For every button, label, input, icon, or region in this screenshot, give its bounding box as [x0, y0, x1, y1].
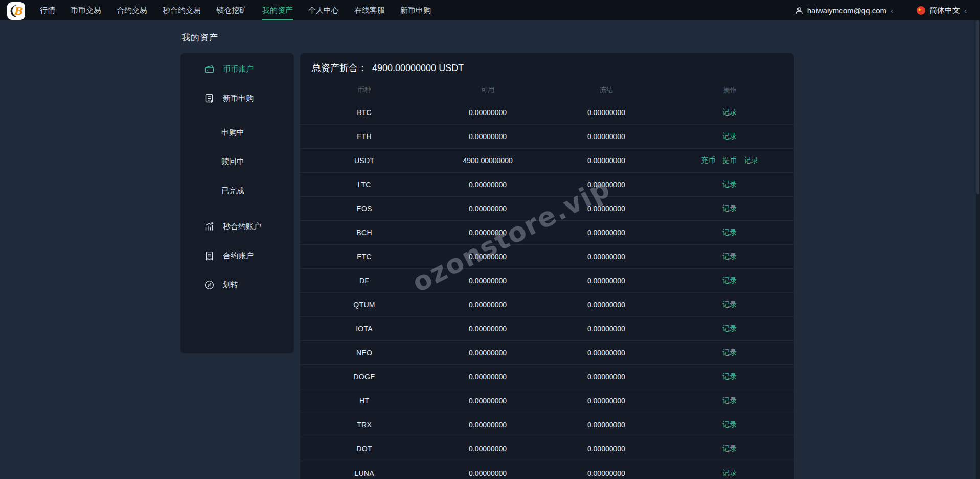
sidebar-item-label: 合约账户 [223, 251, 254, 261]
action-link[interactable]: 记录 [722, 132, 737, 141]
frozen-amount: 0.00000000 [547, 325, 666, 333]
available-amount: 0.00000000 [428, 229, 547, 237]
subscribe-icon [204, 93, 215, 104]
action-link[interactable]: 记录 [722, 372, 737, 381]
action-link[interactable]: 记录 [722, 228, 737, 237]
sidebar-item-label: 新币申购 [223, 94, 254, 103]
asset-row-df: DF0.000000000.00000000记录 [300, 269, 794, 293]
action-link[interactable]: 记录 [722, 276, 737, 285]
action-link[interactable]: 记录 [722, 324, 737, 333]
sidebar-item-0[interactable]: 币币账户 [187, 60, 288, 78]
action-link[interactable]: 记录 [722, 444, 737, 453]
row-actions: 记录 [666, 132, 794, 141]
available-amount: 0.00000000 [428, 180, 547, 189]
row-actions: 记录 [666, 469, 794, 478]
available-amount: 0.00000000 [428, 301, 547, 309]
action-link[interactable]: 记录 [722, 204, 737, 213]
asset-row-ltc: LTC0.000000000.00000000记录 [300, 173, 794, 197]
available-amount: 0.00000000 [428, 397, 547, 405]
sidebar-item-6[interactable]: 合约账户 [187, 247, 288, 264]
user-chevron-icon: ‹ [891, 7, 893, 14]
action-link[interactable]: 记录 [744, 156, 758, 165]
row-actions: 记录 [666, 396, 794, 405]
coin-symbol: HT [300, 397, 428, 405]
nav-item-5[interactable]: 我的资产 [255, 0, 301, 20]
available-amount: 0.00000000 [428, 325, 547, 333]
coin-symbol: BCH [300, 229, 428, 237]
sidebar-item-4[interactable]: 已完成 [187, 182, 288, 199]
asset-row-luna: LUNA0.000000000.00000000记录 [300, 461, 794, 479]
asset-row-usdt: USDT4900.000000000.00000000充币提币记录 [300, 149, 794, 173]
language-selector[interactable]: 简体中文 ‹ [917, 6, 967, 15]
svg-text:B: B [13, 5, 23, 17]
sidebar-item-7[interactable]: 划转 [187, 276, 288, 293]
row-actions: 记录 [666, 180, 794, 189]
action-link[interactable]: 记录 [722, 300, 737, 309]
frozen-amount: 0.00000000 [547, 156, 666, 165]
available-amount: 0.00000000 [428, 204, 547, 213]
coin-symbol: EOS [300, 204, 428, 213]
nav-item-4[interactable]: 锁仓挖矿 [209, 0, 255, 20]
frozen-amount: 0.00000000 [547, 180, 666, 189]
column-header-1: 可用 [428, 85, 547, 95]
sidebar-item-5[interactable]: 秒合约账户 [187, 218, 288, 235]
frozen-amount: 0.00000000 [547, 108, 666, 117]
asset-row-eth: ETH0.000000000.00000000记录 [300, 125, 794, 149]
sidebar-item-3[interactable]: 赎回中 [187, 153, 288, 170]
user-account-menu[interactable]: haiwaiymcom@qq.com ‹ [795, 6, 893, 15]
row-actions: 记录 [666, 444, 794, 453]
frozen-amount: 0.00000000 [547, 277, 666, 285]
available-amount: 0.00000000 [428, 469, 547, 477]
sidebar-item-2[interactable]: 申购中 [187, 124, 288, 141]
nav-item-6[interactable]: 个人中心 [301, 0, 347, 20]
row-actions: 记录 [666, 276, 794, 285]
action-link[interactable]: 记录 [722, 469, 737, 478]
available-amount: 0.00000000 [428, 373, 547, 381]
asset-row-trx: TRX0.000000000.00000000记录 [300, 413, 794, 437]
nav-item-2[interactable]: 合约交易 [109, 0, 155, 20]
available-amount: 0.00000000 [428, 253, 547, 261]
nav-item-7[interactable]: 在线客服 [347, 0, 393, 20]
total-assets-label: 总资产折合： [312, 62, 367, 74]
sidebar-item-1[interactable]: 新币申购 [187, 89, 288, 107]
row-actions: 记录 [666, 252, 794, 261]
nav-menu: 行情币币交易合约交易秒合约交易锁仓挖矿我的资产个人中心在线客服新币申购 [32, 0, 439, 20]
frozen-amount: 0.00000000 [547, 229, 666, 237]
nav-item-1[interactable]: 币币交易 [63, 0, 109, 20]
row-actions: 记录 [666, 348, 794, 357]
action-link[interactable]: 记录 [722, 252, 737, 261]
scrollbar-thumb[interactable] [976, 20, 979, 194]
table-header: 币种可用冻结操作 [300, 79, 794, 101]
brand-logo[interactable]: B [7, 2, 25, 20]
page-title: 我的资产 [181, 32, 218, 43]
row-actions: 记录 [666, 324, 794, 333]
coin-symbol: LTC [300, 180, 428, 189]
sidebar-item-label: 申购中 [221, 128, 244, 138]
coin-symbol: TRX [300, 421, 428, 429]
frozen-amount: 0.00000000 [547, 469, 666, 477]
nav-item-0[interactable]: 行情 [32, 0, 63, 20]
frozen-amount: 0.00000000 [547, 373, 666, 381]
brand-logo-icon: B [9, 4, 24, 18]
total-assets-value: 4900.00000000 USDT [372, 63, 464, 74]
coin-symbol: NEO [300, 349, 428, 357]
transfer-icon [204, 280, 215, 290]
action-link[interactable]: 记录 [722, 396, 737, 405]
frozen-amount: 0.00000000 [547, 397, 666, 405]
table-body: BTC0.000000000.00000000记录ETH0.000000000.… [300, 101, 794, 479]
nav-item-8[interactable]: 新币申购 [393, 0, 439, 20]
action-link[interactable]: 记录 [722, 180, 737, 189]
sidebar-item-label: 已完成 [221, 186, 244, 196]
action-link[interactable]: 提币 [722, 156, 737, 165]
frozen-amount: 0.00000000 [547, 204, 666, 213]
action-link[interactable]: 充币 [701, 156, 715, 165]
action-link[interactable]: 记录 [722, 108, 737, 117]
nav-item-3[interactable]: 秒合约交易 [155, 0, 209, 20]
vertical-scrollbar[interactable] [976, 20, 980, 479]
asset-row-btc: BTC0.000000000.00000000记录 [300, 101, 794, 125]
sidebar-item-label: 币币账户 [223, 64, 254, 74]
asset-row-bch: BCH0.000000000.00000000记录 [300, 221, 794, 245]
action-link[interactable]: 记录 [722, 420, 737, 429]
contract-icon [204, 250, 215, 261]
action-link[interactable]: 记录 [722, 348, 737, 357]
